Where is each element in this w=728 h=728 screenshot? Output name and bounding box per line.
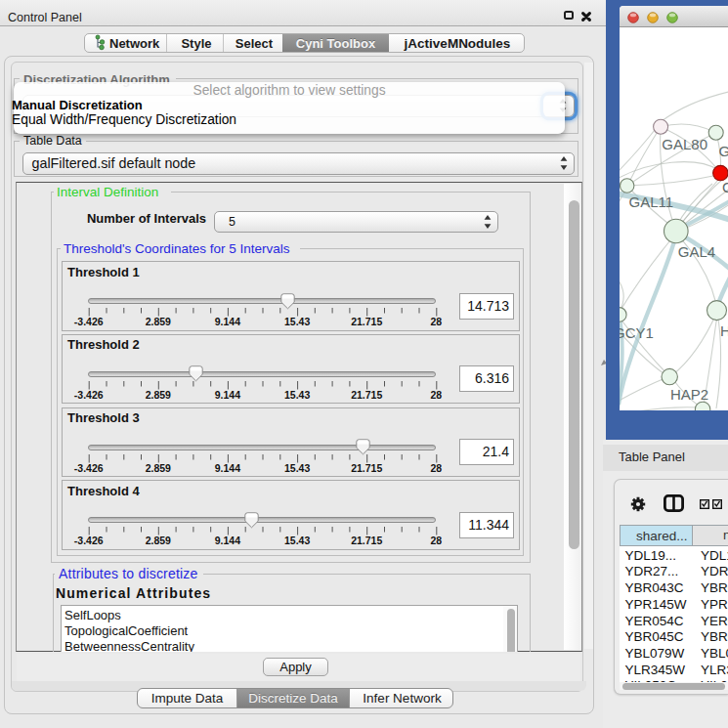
svg-text:HAP2: HAP2: [669, 385, 707, 402]
svg-text:GAL4: GAL4: [677, 243, 714, 260]
svg-text:HI: HI: [719, 321, 728, 338]
svg-text:GCY1: GCY1: [620, 324, 654, 341]
svg-text:GAL80: GAL80: [662, 135, 707, 151]
svg-text:GAL11: GAL11: [628, 193, 673, 210]
svg-text:C: C: [721, 178, 728, 194]
svg-text:GA: GA: [718, 142, 728, 158]
